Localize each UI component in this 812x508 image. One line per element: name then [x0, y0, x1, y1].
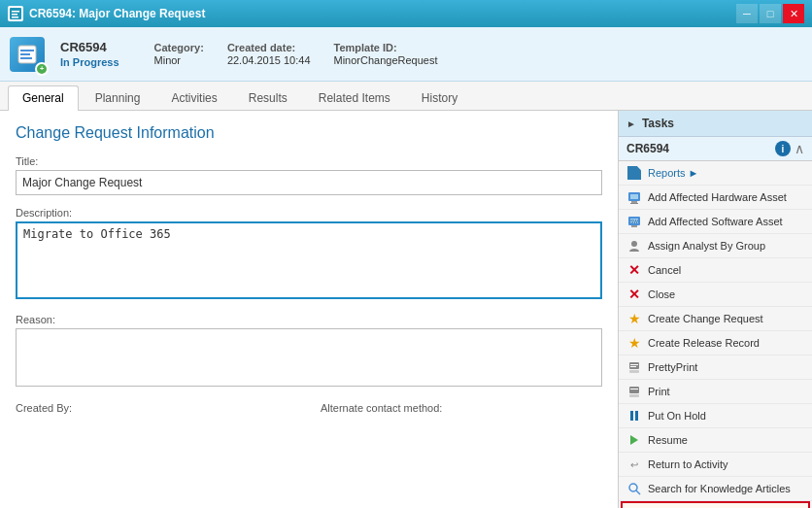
- svg-text:SW: SW: [630, 219, 638, 224]
- svg-rect-20: [630, 366, 636, 367]
- sidebar-item-reports[interactable]: Reports ►: [619, 161, 812, 186]
- svg-rect-19: [630, 364, 638, 365]
- svg-rect-9: [631, 201, 637, 203]
- sidebar-item-add-hardware[interactable]: Add Affected Hardware Asset: [619, 186, 812, 210]
- title-bar-controls: ─ □ ✕: [736, 4, 804, 23]
- description-field-group: Description: Migrate to Office 365: [16, 207, 602, 302]
- record-status: In Progress: [60, 56, 119, 68]
- title-input[interactable]: [16, 170, 602, 195]
- svg-rect-24: [630, 411, 633, 421]
- category-label: Category:: [154, 42, 204, 53]
- created-value: 22.04.2015 10:44: [227, 54, 311, 66]
- content-area: Change Request Information Title: Descri…: [0, 111, 618, 508]
- reason-field-group: Reason:: [16, 314, 602, 389]
- tab-general[interactable]: General: [8, 85, 79, 111]
- tab-history[interactable]: History: [407, 85, 472, 110]
- info-icon[interactable]: i: [775, 141, 791, 156]
- sidebar-item-send-email[interactable]: Send Email: [621, 501, 810, 508]
- close-button[interactable]: ✕: [783, 4, 804, 23]
- resume-icon: [626, 432, 642, 448]
- svg-rect-2: [12, 14, 17, 16]
- put-on-hold-icon: [626, 408, 642, 423]
- assign-analyst-icon: [626, 238, 642, 254]
- svg-rect-17: [629, 362, 639, 369]
- svg-rect-21: [629, 387, 639, 393]
- description-textarea[interactable]: Migrate to Office 365: [16, 221, 602, 299]
- sidebar-item-create-release[interactable]: ★ Create Release Record: [619, 331, 812, 356]
- right-panel: ► Tasks CR6594 i ∧ Reports ► Add Affecte…: [618, 111, 812, 508]
- sidebar-item-assign-analyst[interactable]: Assign Analyst By Group: [619, 234, 812, 258]
- cancel-icon: ✕: [626, 262, 642, 278]
- svg-rect-5: [20, 50, 34, 51]
- template-value: MinorChangeRequest: [334, 54, 438, 66]
- sidebar-item-add-software[interactable]: SW Add Affected Software Asset: [619, 210, 812, 234]
- title-label: Title:: [16, 155, 602, 167]
- svg-rect-1: [12, 11, 19, 13]
- sidebar-item-put-on-hold[interactable]: Put On Hold: [619, 404, 812, 428]
- sidebar-item-resume[interactable]: Resume: [619, 428, 812, 453]
- tab-planning[interactable]: Planning: [81, 85, 155, 110]
- alt-contact-label: Alternate contact method:: [321, 402, 442, 414]
- tasks-chevron: ►: [626, 119, 636, 129]
- alt-contact-col: Alternate contact method:: [321, 401, 602, 415]
- pretty-print-label: PrettyPrint: [648, 361, 697, 373]
- sidebar-item-cancel[interactable]: ✕ Cancel: [619, 258, 812, 283]
- sidebar-item-return-to-activity[interactable]: ↩ Return to Activity: [619, 453, 812, 477]
- status-badge: +: [35, 62, 49, 76]
- svg-rect-10: [630, 203, 638, 204]
- header-meta: Category: Minor Created date: 22.04.2015…: [154, 42, 438, 66]
- svg-rect-22: [629, 394, 639, 397]
- maximize-button[interactable]: □: [760, 4, 781, 23]
- sidebar-item-pretty-print[interactable]: PrettyPrint: [619, 356, 812, 380]
- create-change-icon: ★: [626, 311, 642, 326]
- header-info: CR6594 In Progress: [60, 40, 119, 68]
- svg-rect-11: [630, 194, 638, 199]
- create-change-label: Create Change Request: [648, 313, 763, 324]
- category-field: Category: Minor: [154, 42, 204, 66]
- sidebar-item-search-knowledge[interactable]: Search for Knowledge Articles: [619, 477, 812, 501]
- sidebar-item-print[interactable]: Print: [619, 380, 812, 404]
- app-icon: [8, 6, 23, 21]
- record-id: CR6594: [60, 40, 119, 54]
- tab-activities[interactable]: Activities: [156, 85, 231, 110]
- created-by-label: Created By:: [16, 402, 72, 414]
- svg-rect-3: [12, 17, 18, 18]
- tab-results[interactable]: Results: [234, 85, 302, 110]
- svg-rect-25: [635, 411, 638, 421]
- svg-rect-23: [630, 389, 638, 389]
- svg-line-28: [636, 491, 640, 494]
- svg-rect-18: [629, 370, 639, 373]
- tasks-header[interactable]: ► Tasks: [619, 111, 812, 137]
- title-bar: CR6594: Major Change Request ─ □ ✕: [0, 0, 812, 27]
- reason-textarea[interactable]: [16, 328, 602, 387]
- close-label: Close: [648, 288, 675, 300]
- minimize-button[interactable]: ─: [736, 4, 758, 23]
- add-hardware-icon: [626, 189, 642, 205]
- print-icon: [626, 384, 642, 399]
- assign-analyst-label: Assign Analyst By Group: [648, 240, 765, 252]
- sidebar-item-create-change[interactable]: ★ Create Change Request: [619, 307, 812, 331]
- cr-sub-header: CR6594 i ∧: [619, 137, 812, 161]
- sidebar-item-close[interactable]: ✕ Close: [619, 283, 812, 307]
- tasks-label: Tasks: [642, 117, 674, 130]
- print-label: Print: [648, 386, 670, 397]
- cr-id-label: CR6594: [626, 142, 669, 155]
- add-software-icon: SW: [626, 214, 642, 229]
- record-icon: +: [10, 37, 45, 72]
- pretty-print-icon: [626, 359, 642, 375]
- created-label: Created date:: [227, 42, 311, 53]
- return-icon: ↩: [626, 457, 642, 472]
- section-title: Change Request Information: [16, 124, 602, 142]
- put-on-hold-label: Put On Hold: [648, 410, 706, 422]
- create-release-icon: ★: [626, 335, 642, 351]
- svg-point-27: [629, 484, 637, 491]
- reports-icon: [626, 165, 642, 181]
- return-label: Return to Activity: [648, 458, 728, 470]
- main-layout: Change Request Information Title: Descri…: [0, 111, 812, 508]
- category-value: Minor: [154, 54, 204, 66]
- search-knowledge-label: Search for Knowledge Articles: [648, 483, 791, 494]
- title-bar-text: CR6594: Major Change Request: [29, 7, 205, 20]
- cr-icons: i ∧: [775, 141, 804, 156]
- tab-related-items[interactable]: Related Items: [304, 85, 405, 110]
- svg-point-16: [631, 241, 637, 247]
